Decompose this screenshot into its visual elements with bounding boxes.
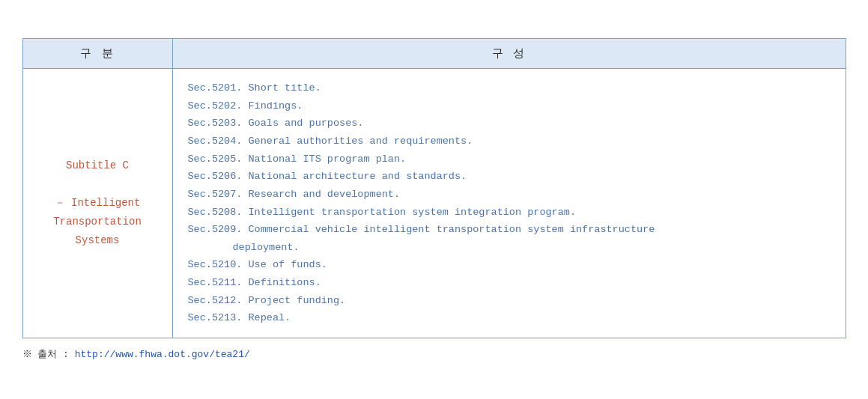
sec-5211: Sec.5211. Definitions. [188,274,834,292]
sec-5210: Sec.5210. Use of funds. [188,256,834,274]
sec-5209: Sec.5209. Commercial vehicle intelligent… [188,221,834,239]
sec-5208: Sec.5208. Intelligent transportation sys… [188,204,834,222]
subtitle-line1: Subtitle C [66,159,129,171]
sec-5206: Sec.5206. National architecture and stan… [188,168,834,186]
sec-5204: Sec.5204. General authorities and requir… [188,133,834,150]
subtitle-line2 [94,178,100,190]
col-header-2: 구 성 [172,39,846,69]
footnote: ※ 출처 : http://www.fhwa.dot.gov/tea21/ [22,347,846,361]
sec-5213: Sec.5213. Repeal. [188,309,834,327]
sec-5205: Sec.5205. National ITS program plan. [188,150,834,168]
subtitle-cell: Subtitle C － Intelligent Transportation … [22,69,172,338]
sec-5209-cont: deployment. [188,239,834,257]
subtitle-line5: Systems [76,234,120,246]
table-row: Subtitle C － Intelligent Transportation … [22,69,846,338]
col-header-1: 구 분 [22,39,172,69]
page-wrapper: 구 분 구 성 Subtitle C － Intelligent Transpo… [22,38,846,361]
footnote-url[interactable]: http://www.fhwa.dot.gov/tea21/ [75,349,250,360]
sections-cell: Sec.5201. Short title. Sec.5202. Finding… [172,69,846,338]
sec-5201: Sec.5201. Short title. [188,79,834,97]
subtitle-line3: － Intelligent [55,197,141,209]
sec-5202: Sec.5202. Findings. [188,97,834,115]
main-table: 구 분 구 성 Subtitle C － Intelligent Transpo… [22,38,846,338]
sec-5203: Sec.5203. Goals and purposes. [188,115,834,133]
sec-5207: Sec.5207. Research and development. [188,186,834,204]
sec-5212: Sec.5212. Project funding. [188,292,834,310]
subtitle-line4: Transportation [53,216,142,228]
footnote-prefix: ※ 출처 : [22,349,75,360]
